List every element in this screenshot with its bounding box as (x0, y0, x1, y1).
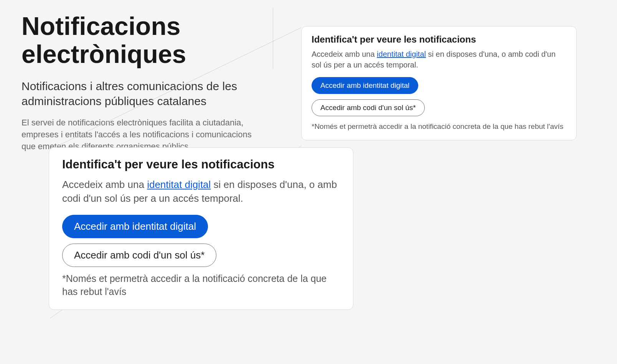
identity-digital-link[interactable]: identitat digital (147, 179, 211, 190)
identity-card-note: *Només et permetrà accedir a la notifica… (62, 272, 340, 298)
access-single-use-code-button[interactable]: Accedir amb codi d'un sol ús* (62, 244, 216, 267)
identity-card-note: *Només et permetrà accedir a la notifica… (312, 122, 566, 132)
identity-card-description: Accedeix amb una identitat digital si en… (62, 178, 340, 206)
identity-card-small: Identifica't per veure les notificacions… (301, 26, 577, 140)
page-title: Notificacions electròniques (21, 12, 267, 68)
access-digital-identity-button[interactable]: Accedir amb identitat digital (312, 77, 418, 94)
identity-card-description: Accedeix amb una identitat digital si en… (312, 49, 566, 70)
access-single-use-code-button[interactable]: Accedir amb codi d'un sol ús* (312, 99, 425, 116)
identity-card-title: Identifica't per veure les notificacions (62, 158, 340, 171)
identity-card-title: Identifica't per veure les notificacions (312, 34, 566, 45)
access-digital-identity-button[interactable]: Accedir amb identitat digital (62, 215, 208, 238)
page-subtitle: Notificacions i altres comunicacions de … (21, 79, 267, 109)
identity-digital-link[interactable]: identitat digital (377, 50, 426, 58)
identity-card-desc-pre: Accedeix amb una (312, 50, 377, 58)
identity-card-desc-pre: Accedeix amb una (62, 179, 147, 190)
vertical-divider (273, 8, 273, 69)
identity-card-large: Identifica't per veure les notificacions… (49, 147, 353, 310)
